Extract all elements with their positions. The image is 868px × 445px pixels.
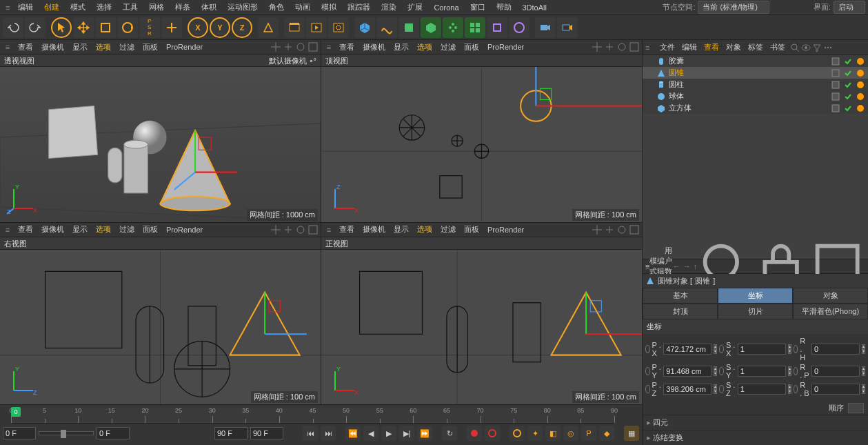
coord-input-s2[interactable] bbox=[738, 384, 786, 395]
coord-order-select[interactable] bbox=[848, 403, 864, 413]
object-list[interactable]: 胶囊圆锥圆柱球体立方体 bbox=[643, 55, 868, 114]
om-tab-edit[interactable]: 编辑 bbox=[678, 42, 700, 52]
menu-spline[interactable]: 样条 bbox=[170, 2, 196, 12]
anim-dot[interactable] bbox=[645, 385, 650, 393]
object-list-empty-area[interactable] bbox=[643, 114, 868, 259]
vp-nav-max-icon[interactable] bbox=[629, 224, 640, 235]
tl-autokey[interactable] bbox=[485, 426, 500, 441]
menu-edit[interactable]: 编辑 bbox=[12, 2, 39, 12]
anim-dot[interactable] bbox=[645, 345, 650, 353]
render-settings-button[interactable] bbox=[328, 17, 349, 38]
vp-right-canvas[interactable]: Y Z 网格间距 : 100 cm bbox=[0, 250, 321, 404]
tl-range-end[interactable] bbox=[214, 427, 248, 439]
move-tool[interactable] bbox=[73, 17, 94, 38]
attr-tab-coord[interactable]: 坐标 bbox=[718, 288, 793, 304]
menu-extensions[interactable]: 扩展 bbox=[402, 2, 428, 12]
coord-system-button[interactable] bbox=[258, 17, 279, 38]
vp-menu-display[interactable]: 显示 bbox=[68, 42, 92, 52]
visibility-tag-icon[interactable] bbox=[843, 80, 853, 90]
coord-input-r0[interactable] bbox=[811, 344, 860, 355]
fold-quaternion[interactable]: 四元 bbox=[643, 415, 868, 430]
layout-dropdown[interactable]: 启动 bbox=[834, 1, 865, 14]
tl-range-start[interactable] bbox=[97, 427, 130, 439]
anim-dot[interactable] bbox=[794, 385, 798, 393]
attr-tab-slice[interactable]: 切片 bbox=[718, 304, 793, 319]
add-generator2-button[interactable] bbox=[421, 17, 441, 38]
menu-create[interactable]: 创建 bbox=[39, 2, 65, 12]
vp-nav-move-icon[interactable] bbox=[592, 224, 603, 235]
vp-nav-orbit-icon[interactable] bbox=[616, 224, 627, 235]
undo-button[interactable] bbox=[3, 17, 23, 38]
vp-menu-prorender[interactable]: ProRender bbox=[162, 226, 207, 234]
vp-nav-zoom-icon[interactable] bbox=[604, 224, 615, 235]
stepper-r1[interactable]: ▴▾ bbox=[862, 366, 865, 376]
vp-menu-prorender[interactable]: ProRender bbox=[483, 43, 528, 51]
vp-menu-cameras[interactable]: 摄像机 bbox=[37, 224, 68, 235]
anim-dot[interactable] bbox=[719, 367, 724, 375]
stepper-r0[interactable]: ▴▾ bbox=[862, 344, 865, 354]
filter-icon[interactable] bbox=[812, 43, 822, 52]
coord-input-p0[interactable] bbox=[663, 344, 711, 355]
vp-nav-orbit-icon[interactable] bbox=[616, 41, 627, 52]
menu-tools[interactable]: 工具 bbox=[117, 2, 143, 12]
vp-menu-filter[interactable]: 过滤 bbox=[436, 42, 460, 52]
object-row-sphere[interactable]: 球体 bbox=[643, 90, 868, 102]
tl-goto-start[interactable]: ⏮ bbox=[303, 426, 318, 441]
vp-menu-options[interactable]: 选项 bbox=[413, 42, 436, 52]
tl-key-param[interactable]: P bbox=[581, 426, 596, 441]
vp-front-canvas[interactable]: Y X 网格间距 : 100 cm bbox=[321, 250, 642, 404]
phong-tag-icon[interactable] bbox=[856, 57, 865, 66]
vp-menu-filter[interactable]: 过滤 bbox=[115, 224, 139, 235]
tl-goto-end[interactable]: ⏭ bbox=[321, 426, 336, 441]
vp-nav-max-icon[interactable] bbox=[629, 41, 640, 52]
vp-nav-move-icon[interactable] bbox=[270, 224, 281, 235]
tl-key-pla[interactable]: ◆ bbox=[599, 426, 614, 441]
select-tool[interactable] bbox=[51, 17, 72, 38]
vp-menu-filter[interactable]: 过滤 bbox=[115, 42, 139, 52]
object-row-cube[interactable]: 立方体 bbox=[643, 102, 868, 114]
tl-key-pos[interactable]: ✦ bbox=[527, 426, 543, 441]
om-tab-tags[interactable]: 标签 bbox=[745, 42, 767, 52]
om-tab-file[interactable]: 文件 bbox=[656, 42, 678, 52]
vp-hamburger-icon[interactable]: ≡ bbox=[1, 226, 14, 234]
menu-mode[interactable]: 模式 bbox=[65, 2, 91, 12]
layer-tag-icon[interactable] bbox=[831, 103, 840, 113]
menu-character[interactable]: 角色 bbox=[263, 2, 290, 12]
add-deformer-button[interactable] bbox=[487, 17, 507, 38]
layer-tag-icon[interactable] bbox=[831, 80, 840, 90]
object-row-cylinder[interactable]: 圆柱 bbox=[643, 79, 868, 90]
object-name[interactable]: 圆锥 bbox=[669, 68, 738, 78]
tl-dopesheet[interactable]: ▦ bbox=[624, 426, 639, 441]
vp-menu-view[interactable]: 查看 bbox=[14, 224, 37, 235]
menu-corona[interactable]: Corona bbox=[428, 3, 464, 12]
vp-menu-panel[interactable]: 面板 bbox=[460, 224, 483, 235]
visibility-tag-icon[interactable] bbox=[843, 68, 853, 78]
tl-cur-start[interactable] bbox=[3, 427, 36, 439]
vp-nav-move-icon[interactable] bbox=[592, 41, 603, 52]
add-light-button[interactable] bbox=[557, 17, 578, 38]
add-cube-button[interactable] bbox=[354, 17, 375, 38]
vp-nav-max-icon[interactable] bbox=[307, 41, 319, 52]
coord-input-s1[interactable] bbox=[738, 366, 786, 377]
attr-tab-object[interactable]: 对象 bbox=[793, 288, 868, 304]
vp-hamburger-icon[interactable]: ≡ bbox=[323, 43, 335, 51]
stepper-s2[interactable]: ▴▾ bbox=[788, 384, 791, 394]
vp-menu-cameras[interactable]: 摄像机 bbox=[37, 42, 68, 52]
vp-top-canvas[interactable]: Z X 网格间距 : 100 cm bbox=[321, 67, 642, 221]
visibility-tag-icon[interactable] bbox=[843, 103, 853, 113]
layer-tag-icon[interactable] bbox=[831, 68, 840, 78]
menu-mesh[interactable]: 网格 bbox=[143, 2, 170, 12]
object-name[interactable]: 胶囊 bbox=[669, 56, 738, 66]
layer-tag-icon[interactable] bbox=[831, 57, 840, 66]
vp-menu-panel[interactable]: 面板 bbox=[460, 42, 483, 52]
menu-render[interactable]: 渲染 bbox=[376, 2, 402, 12]
object-row-capsule[interactable]: 胶囊 bbox=[643, 55, 868, 67]
menu-mograph[interactable]: 运动图形 bbox=[222, 2, 263, 12]
attr-tab-caps[interactable]: 封顶 bbox=[643, 304, 718, 319]
render-view-button[interactable] bbox=[284, 17, 305, 38]
tl-range-slider-left[interactable] bbox=[39, 431, 94, 435]
fold-freeze[interactable]: 冻结变换 bbox=[643, 430, 868, 445]
phong-tag-icon[interactable] bbox=[856, 68, 865, 78]
nav-back-icon[interactable]: ← bbox=[673, 262, 680, 270]
last-tool[interactable] bbox=[161, 17, 182, 38]
